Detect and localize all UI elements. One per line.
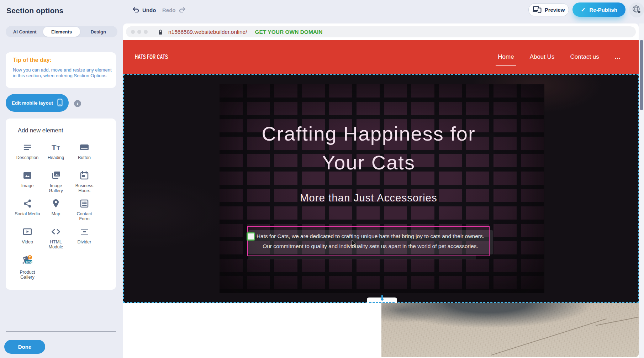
preview-label: Preview [545, 7, 565, 13]
add-element-image[interactable]: Image [13, 168, 42, 196]
element-label: Divider [71, 239, 97, 244]
add-element-panel: Add new element Description TT Heading B… [6, 119, 116, 290]
undo-button[interactable]: Undo [132, 7, 156, 14]
social-media-icon [21, 198, 33, 210]
add-element-heading[interactable]: TT Heading [42, 140, 70, 168]
add-element-image-gallery[interactable]: Image Gallery [42, 168, 70, 196]
get-your-own-domain-link[interactable]: GET YOUR OWN DOMAIN [255, 29, 322, 35]
site-header: HATS FOR CATS Home About Us Contact us .… [123, 40, 639, 74]
browser-url-bar[interactable]: n1566589.websitebuilder.online/ GET YOUR… [126, 26, 636, 37]
check-icon: ✓ [581, 6, 586, 14]
video-icon [21, 226, 33, 238]
redo-icon [179, 7, 186, 14]
heading-icon: TT [50, 141, 62, 153]
hero-section-selected[interactable]: Crafting Happiness for Your Cats More th… [123, 74, 639, 303]
redo-label: Redo [162, 7, 176, 13]
element-label: Image [14, 183, 41, 188]
add-element-html-module[interactable]: HTML Module [42, 224, 70, 252]
preview-button[interactable]: Preview [528, 3, 569, 16]
globe-icon [632, 5, 641, 15]
map-pin-icon [50, 198, 62, 210]
mouse-cursor-icon [352, 240, 357, 248]
add-element-product-gallery[interactable]: SHOP Product Gallery [13, 252, 42, 280]
language-globe-button[interactable] [629, 2, 644, 17]
window-dot-icon [137, 30, 141, 34]
add-element-business-hours[interactable]: Business Hours [70, 168, 99, 196]
mobile-phone-icon [57, 99, 63, 107]
nav-item-about-us[interactable]: About Us [529, 51, 555, 63]
paragraph-line-2: Our commitment to quality and individual… [250, 241, 491, 251]
add-element-social-media[interactable]: Social Media [13, 196, 42, 224]
add-element-video[interactable]: Video [13, 224, 42, 252]
republish-button[interactable]: ✓ Re-Publish [572, 2, 625, 17]
add-element-divider[interactable]: Divider [70, 224, 99, 252]
paragraph-line-1: Hats for Cats, we are dedicated to craft… [250, 231, 491, 241]
hero-heading[interactable]: Crafting Happiness for Your Cats [212, 119, 525, 177]
element-label: Social Media [14, 211, 41, 216]
hero-subtitle[interactable]: More than Just Accessories [212, 192, 525, 204]
undo-icon [132, 7, 139, 14]
element-label: Business Hours [71, 183, 97, 193]
hero-vignette [220, 84, 544, 293]
redo-button[interactable]: Redo [162, 7, 186, 14]
tip-body: Now you can add, move and resize any ele… [13, 67, 112, 79]
edit-mobile-layout-button[interactable]: Edit mobile layout [6, 94, 69, 112]
nav-more-ellipsis[interactable]: ... [614, 51, 622, 63]
element-label: Image Gallery [43, 183, 69, 193]
element-label: Product Gallery [14, 270, 41, 280]
hero-background-tiles [220, 84, 544, 293]
site-logo[interactable]: HATS FOR CATS [135, 53, 168, 61]
tab-elements[interactable]: Elements [43, 27, 80, 37]
window-dot-icon [131, 30, 135, 34]
svg-text:T: T [52, 143, 57, 152]
app-root: Section options Undo Redo Preview ✓ Re-P… [0, 0, 644, 358]
window-dot-icon [144, 30, 148, 34]
shop-badge-label: SHOP [26, 260, 33, 263]
svg-text:T: T [57, 145, 60, 151]
scrollbar-thumb[interactable] [640, 40, 643, 110]
add-element-contact-form[interactable]: Contact Form [70, 196, 99, 224]
sidebar-divider [6, 331, 116, 332]
contact-form-icon [78, 198, 90, 210]
button-icon [78, 141, 90, 153]
element-drag-handle[interactable] [247, 232, 255, 241]
section-options-tabs: AI Content Elements Design [6, 26, 117, 37]
tab-design[interactable]: Design [80, 27, 117, 37]
image-gallery-icon [50, 169, 62, 181]
business-hours-icon [78, 169, 90, 181]
add-element-button[interactable]: Button [70, 140, 99, 168]
hero-paragraph[interactable]: Hats for Cats, we are dedicated to craft… [250, 231, 491, 251]
nav-item-contact-us[interactable]: Contact us [570, 51, 600, 63]
pavement-seam [596, 311, 639, 326]
add-element-map[interactable]: Map [42, 196, 70, 224]
site-canvas: HATS FOR CATS Home About Us Contact us .… [123, 40, 639, 358]
site-url: n1566589.websitebuilder.online/ [168, 29, 247, 35]
next-section[interactable] [123, 303, 639, 358]
code-icon [50, 226, 62, 238]
product-gallery-shop-icon: SHOP [20, 254, 35, 268]
element-label: Description [14, 155, 41, 160]
add-element-description[interactable]: Description [13, 140, 42, 168]
hero-heading-line-2: Your Cats [212, 148, 525, 177]
hero-heading-line-1: Crafting Happiness for [212, 119, 525, 148]
site-preview-window: n1566589.websitebuilder.online/ GET YOUR… [123, 23, 639, 358]
element-label: Video [14, 239, 41, 244]
tip-line-2: in this section, when entering Section O… [13, 73, 112, 79]
tip-line-1: Now you can add, move and resize any ele… [13, 67, 112, 73]
republish-label: Re-Publish [589, 7, 617, 13]
info-icon[interactable]: i [74, 100, 81, 107]
undo-label: Undo [142, 7, 156, 13]
tip-title: Tip of the day: [13, 57, 52, 63]
devices-icon [533, 6, 542, 14]
divider-icon [78, 226, 90, 238]
nav-item-home[interactable]: Home [497, 51, 514, 63]
done-button[interactable]: Done [4, 340, 45, 354]
add-element-grid: Description TT Heading Button Image [13, 140, 99, 280]
tip-of-the-day-card: Tip of the day: Now you can add, move an… [6, 52, 116, 88]
element-label: Heading [43, 155, 69, 160]
arrow-down-icon [379, 295, 385, 302]
lock-icon [158, 29, 163, 35]
image-icon [21, 169, 33, 181]
edit-mobile-label: Edit mobile layout [12, 100, 53, 106]
tab-ai-content[interactable]: AI Content [6, 27, 43, 37]
